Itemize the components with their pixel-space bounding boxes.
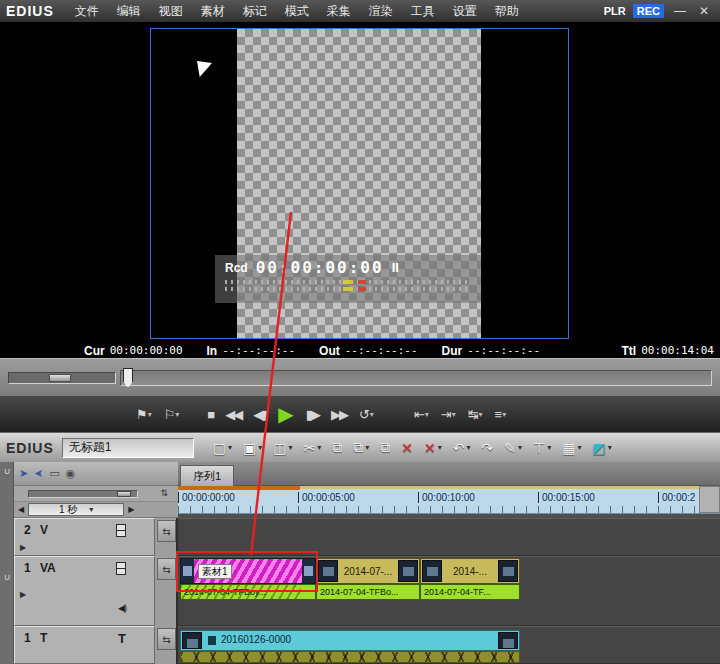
loop-playback-button[interactable]: ↺▾ bbox=[353, 407, 380, 422]
ruler-timecode: 00:00:10:00 bbox=[418, 492, 538, 503]
timeline-zoom-handle[interactable] bbox=[117, 491, 131, 497]
mixer-button[interactable]: ▦▾ bbox=[557, 440, 586, 456]
timeline-ruler[interactable]: 00:00:00:00 00:00:05:00 00:00:10:00 00:0… bbox=[178, 486, 720, 514]
menu-item-edit[interactable]: 编辑 bbox=[108, 3, 150, 20]
ripple-mode-icon[interactable]: ➤ bbox=[19, 467, 28, 480]
set-mark-in-button[interactable]: ⚑▾ bbox=[130, 407, 158, 422]
fast-forward-icon: ▶▶ bbox=[331, 407, 347, 422]
close-button[interactable]: ✕ bbox=[696, 4, 712, 18]
export-button[interactable]: ◩▾ bbox=[588, 440, 617, 456]
ruler-scroll-button[interactable] bbox=[699, 486, 720, 513]
copy-button[interactable]: ⧉ bbox=[327, 439, 347, 456]
track-type: V bbox=[40, 523, 48, 537]
rewind-button[interactable]: ◀◀ bbox=[219, 407, 247, 422]
shuttle-slider[interactable] bbox=[8, 372, 116, 384]
draw-button[interactable]: ✎▾ bbox=[499, 440, 527, 456]
panel-box-icon[interactable]: ▭ bbox=[49, 467, 59, 480]
title-mixer-bar[interactable] bbox=[180, 651, 520, 663]
next-frame-icon: ▮▶ bbox=[306, 407, 319, 422]
paste-button[interactable]: ⧉▾ bbox=[348, 439, 374, 456]
menu-item-tools[interactable]: 工具 bbox=[402, 3, 444, 20]
video-enable-icon[interactable] bbox=[116, 562, 126, 575]
menu-item-clip[interactable]: 素材 bbox=[192, 3, 234, 20]
track-sync-button[interactable]: ⇆ bbox=[157, 520, 176, 542]
previous-frame-button[interactable]: ◀▮ bbox=[247, 407, 272, 422]
track-sync-button[interactable]: ⇆ bbox=[157, 628, 176, 650]
ripple-delete-button[interactable]: ✕▾ bbox=[419, 440, 447, 456]
insert-mode-icon[interactable]: ➤ bbox=[34, 467, 43, 480]
track-header-2v[interactable]: 2 V ▶ bbox=[14, 518, 155, 556]
minimize-button[interactable]: — bbox=[671, 4, 689, 18]
cut-button[interactable]: ✂▾ bbox=[299, 440, 327, 456]
track-group-icon[interactable]: ∪ bbox=[0, 572, 14, 582]
position-slider[interactable] bbox=[120, 370, 712, 386]
shuttle-slider-handle[interactable] bbox=[49, 374, 71, 382]
speaker-icon[interactable]: ◀) bbox=[118, 603, 126, 613]
title-track-icon[interactable]: T bbox=[118, 631, 126, 646]
tab-sequence-1[interactable]: 序列1 bbox=[180, 465, 234, 486]
chevron-down-icon: ▾ bbox=[547, 443, 551, 452]
audio-clip-3[interactable]: 2014-07-04-TF... bbox=[420, 584, 520, 600]
delete-button[interactable]: ✕ bbox=[396, 440, 418, 456]
shuttle-button[interactable]: ≡▾ bbox=[489, 407, 513, 422]
go-to-out-button[interactable]: ⇥▾ bbox=[435, 407, 462, 422]
menu-item-capture[interactable]: 采集 bbox=[318, 3, 360, 20]
menu-item-marker[interactable]: 标记 bbox=[234, 3, 276, 20]
position-marker[interactable] bbox=[123, 368, 133, 388]
go-to-in-button[interactable]: ⇤▾ bbox=[408, 407, 435, 422]
ripple-delete-icon: ✕ bbox=[424, 440, 436, 456]
clip-2014-07-a[interactable]: 2014-07-... bbox=[316, 558, 420, 584]
play-button[interactable]: ▶ bbox=[272, 402, 299, 426]
menu-item-file[interactable]: 文件 bbox=[66, 3, 108, 20]
player-mode-button[interactable]: PLR bbox=[604, 5, 626, 17]
clip-suocai1[interactable]: 素材1 bbox=[180, 558, 316, 584]
track-group-icon[interactable]: ∪ bbox=[0, 466, 14, 476]
recorder-mode-button[interactable]: REC bbox=[633, 4, 664, 18]
project-name-box[interactable]: 无标题1 bbox=[62, 438, 194, 458]
fast-forward-button[interactable]: ▶▶ bbox=[325, 407, 353, 422]
chevron-down-icon: ▾ bbox=[317, 443, 321, 452]
video-preview[interactable]: Rcd 00:00:00:00 II bbox=[150, 28, 569, 339]
go-to-in-icon: ⇤ bbox=[414, 407, 423, 422]
title-button[interactable]: ⊤▾ bbox=[528, 440, 556, 456]
next-frame-button[interactable]: ▮▶ bbox=[300, 407, 325, 422]
stop-button[interactable]: ■ bbox=[201, 407, 219, 422]
redo-button[interactable]: ↷ bbox=[477, 440, 499, 456]
track-expander-icon[interactable]: ▶ bbox=[20, 590, 26, 599]
clip-2014-07-b[interactable]: 2014-... bbox=[420, 558, 520, 584]
track-sync-button[interactable]: ⇆ bbox=[157, 558, 176, 580]
scale-increase-button[interactable]: ▶ bbox=[124, 505, 138, 514]
audio-clip-2[interactable]: 2014-07-04-TFBo... bbox=[316, 584, 420, 600]
audio-clip-1[interactable]: 2014-07-04-TFBoy... bbox=[180, 584, 316, 600]
lane-2v[interactable] bbox=[178, 518, 720, 556]
title-clip-20160126[interactable]: 20160126-0000 bbox=[180, 630, 520, 651]
menu-item-mode[interactable]: 模式 bbox=[276, 3, 318, 20]
jump-button[interactable]: ↹▾ bbox=[462, 407, 489, 422]
save-project-button[interactable]: ◫▾ bbox=[268, 440, 297, 456]
clip-tail-thumbnail bbox=[398, 560, 418, 582]
preview-monitor: Rcd 00:00:00:00 II Cur 00:00:00:00 In --… bbox=[0, 22, 720, 358]
panel-target-icon[interactable]: ◉ bbox=[66, 467, 76, 480]
menu-item-view[interactable]: 视图 bbox=[150, 3, 192, 20]
menu-item-render[interactable]: 渲染 bbox=[360, 3, 402, 20]
duplicate-button[interactable]: ⧉ bbox=[375, 439, 395, 456]
menu-item-help[interactable]: 帮助 bbox=[486, 3, 528, 20]
track-header-panel: ∪ ∪ ➤ ➤ ▭ ◉ ⇅ ◀ 1 秒 ▾ ▶ bbox=[0, 462, 178, 664]
import-button[interactable]: ▣▾ bbox=[238, 440, 267, 456]
timeline-zoom-slider[interactable] bbox=[28, 490, 138, 498]
menu-item-settings[interactable]: 设置 bbox=[444, 3, 486, 20]
set-mark-out-button[interactable]: ⚐▾ bbox=[158, 407, 186, 422]
track-header-1t[interactable]: 1 T T bbox=[14, 626, 155, 664]
track-header-1va[interactable]: 1 VA ▶ ◀) bbox=[14, 556, 155, 626]
video-enable-icon[interactable] bbox=[116, 524, 126, 537]
ruler-timecode: 00:00:05:00 bbox=[298, 492, 418, 503]
record-timecode-overlay: Rcd 00:00:00:00 II bbox=[215, 255, 481, 303]
new-sequence-button[interactable]: ▢▾ bbox=[208, 440, 237, 456]
rcd-timecode: 00:00:00:00 bbox=[256, 258, 384, 277]
scale-decrease-button[interactable]: ◀ bbox=[14, 505, 28, 514]
scale-value-dropdown[interactable]: 1 秒 ▾ bbox=[28, 503, 124, 516]
zoom-updown-icon[interactable]: ⇅ bbox=[160, 488, 168, 498]
undo-button[interactable]: ↶▾ bbox=[448, 440, 476, 456]
clip-head-thumbnail bbox=[182, 632, 202, 649]
track-expander-icon[interactable]: ▶ bbox=[20, 543, 26, 552]
